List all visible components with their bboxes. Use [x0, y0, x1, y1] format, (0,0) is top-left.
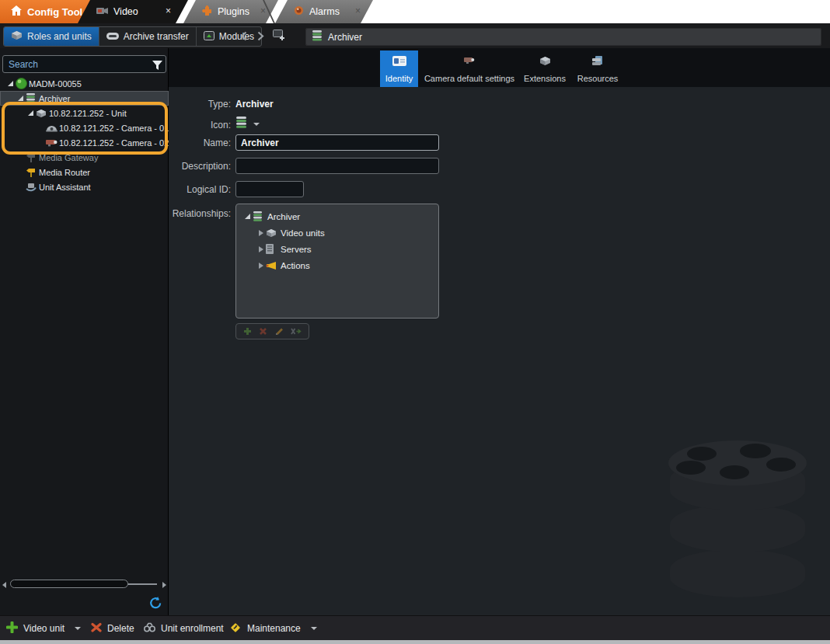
tree-item-unit-assistant[interactable]: Unit Assistant — [0, 179, 169, 194]
delete-button[interactable]: Delete — [91, 616, 134, 641]
directory-globe-icon — [16, 78, 29, 89]
tab-video[interactable]: Video × — [78, 0, 188, 23]
identity-card-icon — [392, 56, 406, 68]
config-tool-window: Config Tool Alarms × Plugins × Video × R… — [0, 0, 830, 644]
logical-id-label: Logical ID: — [169, 184, 231, 195]
expand-icon — [242, 214, 253, 219]
chevron-down-icon — [311, 627, 317, 630]
chevron-down-icon — [75, 627, 81, 630]
relationship-archiver[interactable]: Archiver — [236, 208, 438, 225]
close-icon[interactable]: × — [260, 5, 266, 16]
close-icon[interactable]: × — [166, 5, 171, 16]
video-unit-icon — [36, 109, 49, 118]
horizontal-scrollbar[interactable] — [2, 580, 166, 590]
extensions-box-icon — [539, 56, 551, 68]
add-icon[interactable] — [243, 327, 252, 336]
unit-enrollment-button[interactable]: Unit enrollment — [144, 616, 224, 641]
icon-picker[interactable] — [235, 117, 260, 131]
view-modules[interactable]: Modules — [197, 27, 261, 46]
expand-icon — [16, 96, 26, 101]
tree-item-label: MADM-00055 — [29, 79, 82, 89]
tree-item-label: Servers — [281, 245, 312, 254]
archiver-stack-icon — [253, 211, 267, 221]
media-gateway-icon — [26, 152, 39, 162]
scrollbar-track[interactable] — [127, 583, 157, 585]
tree-item-label: Unit Assistant — [39, 183, 91, 192]
button-label: Modules — [219, 31, 254, 42]
tree-item-label: Media Router — [39, 168, 90, 177]
logical-id-field[interactable] — [235, 181, 304, 197]
tree-item-media-gateway[interactable]: Media Gateway — [0, 150, 169, 165]
tree-item-label: Media Gateway — [39, 153, 98, 162]
scroll-left-arrow[interactable] — [2, 582, 6, 588]
archiver-stack-icon — [312, 30, 323, 44]
server-icon — [266, 244, 281, 254]
tree-item-unit[interactable]: 10.82.121.252 - Unit — [0, 106, 169, 120]
view-button-group: Roles and units Archive transfer Modules — [3, 26, 262, 47]
chevron-down-icon — [253, 123, 260, 126]
window-bottom-edge — [0, 640, 830, 644]
tree-item-media-router[interactable]: Media Router — [0, 165, 169, 179]
tree-item-directory[interactable]: MADM-00055 — [0, 76, 169, 91]
filter-funnel-icon[interactable] — [152, 59, 162, 73]
media-router-icon — [26, 167, 39, 177]
resources-icon — [591, 56, 604, 68]
archive-transfer-icon — [106, 31, 119, 42]
tab-resources[interactable]: Resources — [574, 50, 622, 87]
tree-item-archiver[interactable]: Archiver — [0, 91, 169, 106]
button-label: Unit enrollment — [161, 623, 224, 634]
entity-tree: MADM-00055 Archiver 10.82.121.252 - Unit… — [0, 76, 169, 194]
view-archive-transfer[interactable]: Archive transfer — [99, 27, 197, 46]
refresh-icon[interactable] — [149, 597, 162, 612]
relationship-servers[interactable]: Servers — [236, 241, 438, 257]
remove-icon[interactable] — [259, 327, 267, 336]
tab-label: Resources — [577, 74, 619, 83]
icon-label: Icon: — [169, 120, 231, 131]
tree-item-label: Video units — [281, 228, 325, 238]
relationship-video-units[interactable]: Video units — [236, 225, 438, 241]
tree-item-label: Archiver — [39, 94, 70, 103]
app-tab-bar: Config Tool Alarms × Plugins × Video × — [0, 0, 830, 23]
close-icon[interactable]: × — [355, 5, 361, 16]
tab-label: Video — [113, 6, 138, 17]
config-tab-strip: Identity Camera default settings Extensi… — [169, 48, 830, 87]
video-unit-button[interactable]: Video unit — [6, 616, 81, 641]
view-roles-and-units[interactable]: Roles and units — [4, 27, 99, 46]
breadcrumb[interactable]: Archiver — [305, 28, 821, 46]
add-icon — [6, 621, 18, 635]
video-unit-icon — [266, 228, 281, 238]
main-toolbar: Roles and units Archive transfer Modules… — [0, 23, 830, 48]
tab-config-tool[interactable]: Config Tool — [0, 0, 92, 23]
search-input[interactable] — [2, 55, 166, 73]
tree-item-label: Actions — [281, 261, 310, 270]
edit-icon[interactable] — [275, 327, 284, 336]
tree-item-camera-01[interactable]: 10.82.121.252 - Camera - 01 — [0, 120, 169, 135]
tree-item-camera-02[interactable]: 10.82.121.252 - Camera - 02 — [0, 135, 169, 150]
collapse-icon — [256, 246, 266, 252]
jump-to-icon[interactable] — [291, 327, 302, 336]
description-field[interactable] — [235, 158, 439, 174]
add-task-icon[interactable] — [273, 30, 286, 44]
collapse-icon — [256, 263, 266, 269]
tab-identity[interactable]: Identity — [380, 50, 418, 87]
relationship-actions[interactable]: Actions — [236, 257, 438, 273]
tab-camera-default-settings[interactable]: Camera default settings — [421, 50, 518, 87]
chevron-left-icon[interactable] — [240, 30, 247, 44]
tab-label: Extensions — [524, 74, 566, 83]
config-panel: Identity Camera default settings Extensi… — [169, 48, 830, 615]
chevron-right-icon[interactable] — [257, 30, 264, 44]
description-label: Description: — [169, 161, 231, 172]
relationship-action-bar — [235, 323, 309, 339]
entity-sidebar: MADM-00055 Archiver 10.82.121.252 - Unit… — [0, 48, 169, 615]
name-field[interactable] — [235, 134, 439, 151]
scrollbar-thumb[interactable] — [10, 580, 128, 588]
maintenance-button[interactable]: Maintenance — [229, 616, 317, 641]
relationships-label: Relationships: — [169, 208, 231, 219]
tab-alarms[interactable]: Alarms × — [275, 0, 373, 23]
button-label: Delete — [107, 623, 134, 634]
tab-extensions[interactable]: Extensions — [520, 50, 570, 87]
archiver-watermark — [668, 440, 807, 600]
scroll-right-arrow[interactable] — [162, 582, 166, 588]
actions-megaphone-icon — [266, 261, 281, 270]
puzzle-icon — [202, 5, 212, 18]
